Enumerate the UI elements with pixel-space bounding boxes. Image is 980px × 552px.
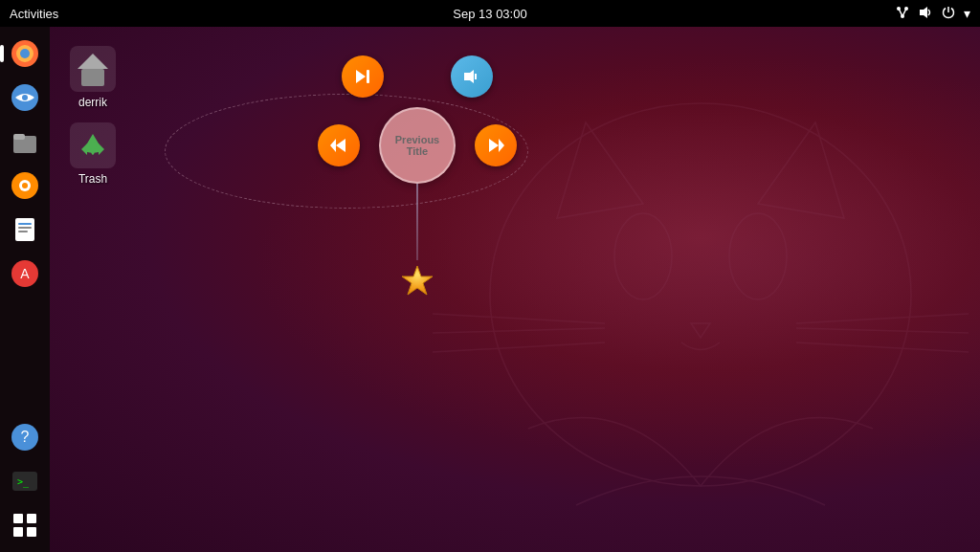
- dock-item-grid[interactable]: [6, 506, 44, 544]
- svg-text:>_: >_: [17, 476, 30, 488]
- dock-item-terminal[interactable]: >_: [6, 462, 44, 500]
- media-controls-middle: Previous Title: [318, 107, 517, 184]
- svg-point-34: [729, 213, 787, 299]
- desktop-icon-derrik[interactable]: derrik: [59, 46, 126, 109]
- svg-line-37: [433, 342, 605, 352]
- svg-line-40: [796, 342, 969, 352]
- star-favorite-button[interactable]: [396, 260, 438, 302]
- svg-marker-43: [78, 54, 108, 69]
- svg-point-30: [490, 103, 911, 486]
- svg-point-10: [22, 95, 28, 100]
- activities-button[interactable]: Activities: [10, 7, 58, 21]
- volume-icon[interactable]: [918, 5, 933, 23]
- svg-point-33: [614, 213, 672, 299]
- dock-item-rhythmbox[interactable]: [6, 166, 44, 205]
- dock-bottom: ? >_: [6, 418, 44, 544]
- now-playing-center[interactable]: Previous Title: [379, 107, 456, 184]
- svg-rect-26: [13, 514, 23, 523]
- play-next-button[interactable]: [342, 55, 384, 98]
- svg-marker-49: [336, 139, 345, 152]
- volume-button[interactable]: [451, 55, 493, 98]
- desktop-icon-trash-label: Trash: [78, 172, 107, 186]
- topbar: Activities Sep 13 03:00: [0, 0, 980, 27]
- svg-rect-12: [13, 134, 25, 140]
- dock-item-appstore[interactable]: A: [6, 254, 44, 293]
- svg-rect-46: [367, 70, 369, 83]
- svg-point-8: [20, 49, 30, 58]
- track-title: Previous Title: [381, 134, 454, 157]
- svg-point-15: [22, 183, 28, 188]
- svg-marker-52: [499, 139, 504, 152]
- svg-line-4: [902, 9, 906, 16]
- svg-marker-45: [356, 70, 366, 83]
- svg-marker-5: [920, 7, 927, 18]
- svg-line-36: [433, 328, 605, 333]
- svg-rect-27: [27, 514, 36, 523]
- dock-item-thunderbird[interactable]: [6, 78, 44, 117]
- svg-rect-42: [81, 69, 104, 86]
- svg-rect-16: [15, 218, 34, 241]
- next-button[interactable]: [475, 124, 517, 166]
- dock-item-firefox[interactable]: [6, 34, 44, 73]
- chevron-down-icon[interactable]: ▾: [964, 6, 970, 21]
- network-icon[interactable]: [895, 5, 910, 23]
- dock-item-files[interactable]: [6, 122, 44, 161]
- dock: A ? >_: [0, 27, 50, 552]
- dock-item-help[interactable]: ?: [6, 418, 44, 456]
- connector-line: [416, 184, 418, 260]
- svg-line-39: [796, 328, 969, 333]
- svg-marker-51: [489, 139, 499, 152]
- svg-marker-47: [464, 70, 474, 83]
- desktop: derrik Trash: [50, 27, 980, 552]
- svg-marker-53: [402, 266, 433, 295]
- desktop-icon-derrik-label: derrik: [78, 96, 107, 109]
- svg-rect-29: [27, 527, 36, 537]
- dock-item-writer[interactable]: [6, 210, 44, 249]
- svg-rect-19: [18, 231, 28, 232]
- topbar-right: ▾: [895, 5, 970, 23]
- previous-button[interactable]: [318, 124, 360, 166]
- media-controls-top: [342, 55, 493, 98]
- svg-line-35: [433, 314, 605, 323]
- topbar-datetime: Sep 13 03:00: [453, 7, 526, 21]
- svg-point-44: [89, 142, 97, 149]
- topbar-left: Activities: [10, 7, 58, 21]
- media-player-popup: Previous Title: [318, 55, 517, 302]
- svg-marker-41: [691, 323, 710, 338]
- svg-rect-18: [18, 227, 32, 229]
- svg-line-3: [899, 9, 902, 16]
- power-icon[interactable]: [941, 5, 956, 23]
- svg-marker-31: [557, 122, 643, 218]
- svg-rect-17: [18, 223, 32, 225]
- svg-line-38: [796, 314, 969, 323]
- svg-marker-50: [330, 139, 336, 152]
- svg-marker-32: [758, 122, 844, 218]
- svg-text:?: ?: [21, 429, 30, 445]
- desktop-icon-trash[interactable]: Trash: [59, 122, 126, 186]
- svg-rect-28: [13, 527, 23, 537]
- svg-text:A: A: [20, 266, 30, 281]
